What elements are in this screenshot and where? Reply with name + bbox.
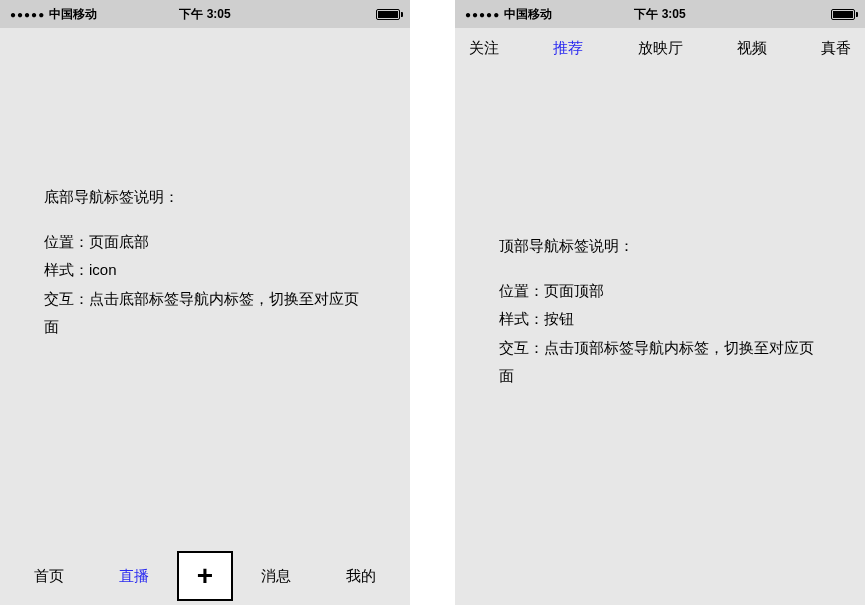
top-tab-video[interactable]: 视频 [737, 39, 767, 58]
top-tab-cinema[interactable]: 放映厅 [638, 39, 683, 58]
bottom-tab-home[interactable]: 首页 [6, 567, 92, 586]
carrier-label: 中国移动 [504, 6, 552, 23]
description-style: 样式：按钮 [499, 305, 821, 334]
description-heading: 底部导航标签说明： [44, 183, 366, 212]
bottom-tab-mine[interactable]: 我的 [319, 567, 405, 586]
signal-icon: ●●●●● [465, 9, 500, 20]
description-interaction: 交互：点击底部标签导航内标签，切换至对应页面 [44, 285, 366, 342]
status-bar: ●●●●● 中国移动 下午 3:05 [0, 0, 410, 28]
status-time: 下午 3:05 [634, 6, 685, 23]
top-tab-bar: 关注 推荐 放映厅 视频 真香 [455, 28, 865, 68]
top-tab-follow[interactable]: 关注 [469, 39, 499, 58]
top-tab-zhenxiang[interactable]: 真香 [821, 39, 851, 58]
top-tab-recommend[interactable]: 推荐 [553, 39, 583, 58]
description-style: 样式：icon [44, 256, 366, 285]
description-interaction: 交互：点击顶部标签导航内标签，切换至对应页面 [499, 334, 821, 391]
carrier-label: 中国移动 [49, 6, 97, 23]
bottom-tab-messages[interactable]: 消息 [233, 567, 319, 586]
description-position: 位置：页面顶部 [499, 277, 821, 306]
bottom-tab-plus-button[interactable]: + [177, 551, 233, 601]
status-time: 下午 3:05 [179, 6, 230, 23]
battery-icon [831, 9, 855, 20]
description-heading: 顶部导航标签说明： [499, 232, 821, 261]
battery-icon [376, 9, 400, 20]
content-area-right: 顶部导航标签说明： 位置：页面顶部 样式：按钮 交互：点击顶部标签导航内标签，切… [455, 68, 865, 605]
bottom-tab-live[interactable]: 直播 [92, 567, 178, 586]
description-position: 位置：页面底部 [44, 228, 366, 257]
bottom-tab-bar: 首页 直播 + 消息 我的 [0, 547, 410, 605]
content-area-left: 底部导航标签说明： 位置：页面底部 样式：icon 交互：点击底部标签导航内标签… [0, 28, 410, 547]
signal-icon: ●●●●● [10, 9, 45, 20]
phone-left: ●●●●● 中国移动 下午 3:05 底部导航标签说明： 位置：页面底部 样式：… [0, 0, 410, 605]
status-bar: ●●●●● 中国移动 下午 3:05 [455, 0, 865, 28]
phone-right: ●●●●● 中国移动 下午 3:05 关注 推荐 放映厅 视频 真香 顶部导航标… [455, 0, 865, 605]
